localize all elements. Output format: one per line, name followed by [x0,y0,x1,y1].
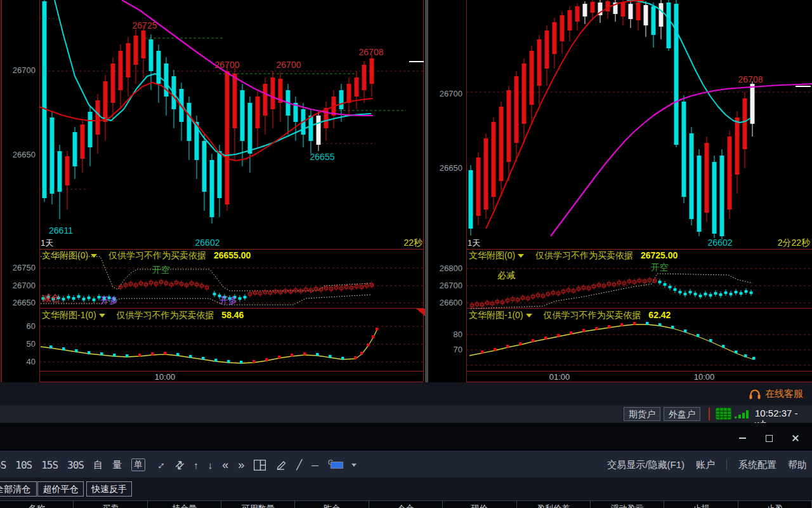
close-icon [792,434,799,442]
period-15s-button[interactable]: 15S [41,459,58,471]
svg-text:必减: 必减 [497,270,515,280]
axis-label: 70 [430,345,462,354]
svg-text:26708: 26708 [359,47,384,57]
maximize-button[interactable] [763,432,775,444]
indicator-value: 58.46 [221,310,244,320]
arrow-up-icon[interactable]: ↑ [193,460,199,471]
table-column-header: 现价 [443,501,516,508]
layout-grid-icon[interactable] [254,460,266,471]
minimize-button[interactable] [736,432,749,444]
collapse-icon[interactable]: ⇄ [172,457,188,473]
disclaimer-text: 仅供学习不作为买卖依据 [543,310,641,320]
drawing-toolbar: 5S 10S 15S 30S 自 量 单 ↔ ⇄ ↑ ↓ « » ╱ ─ [0,451,812,478]
axis-label: 26650 [0,298,36,307]
axis-label: 26600 [430,298,462,307]
axis-label: 26700 [0,65,36,75]
period-30s-button[interactable]: 30S [67,459,84,471]
candlestick-charts[interactable]: 267252670026700267082665526611减仓开多开多开空26… [0,0,812,387]
disclaimer-text: 仅供学习不作为买卖依据 [535,250,633,260]
countdown-label: 22秒 [381,237,422,249]
svg-text:26725: 26725 [133,20,157,30]
time-axis-label: 10:00 [146,372,184,382]
left-subchart2-header[interactable]: 文华附图-1(0) 仅供学习不作为买卖依据 58.46 [42,310,244,320]
svg-text:26708: 26708 [738,74,763,84]
indicator-value: 26655.00 [214,250,251,260]
expand-icon[interactable]: ↔ [152,457,168,473]
chevron-down-icon[interactable] [99,314,105,318]
limit-close-button[interactable]: 超价平仓 [37,481,84,497]
chevron-down-icon[interactable] [518,254,524,258]
time-axis-label: 01:00 [540,372,579,382]
external-account-button[interactable]: 外盘户 [664,407,700,421]
indicator-title[interactable]: 文华附图-1(0) [469,310,523,320]
svg-text:开多: 开多 [100,295,118,305]
trade-toggle-button[interactable]: 交易显示/隐藏(F1) [607,459,684,471]
svg-text:开空: 开空 [651,262,669,272]
chart-region[interactable]: 267252670026700267082665526611减仓开多开多开空26… [0,0,812,387]
positions-table-header: 名称买卖持仓量可用数量昨仓今仓现价盈利价差浮动盈亏止损止盈 [0,500,812,508]
right-subchart2-header[interactable]: 文华附图-1(0) 仅供学习不作为买卖依据 62.42 [469,310,671,320]
disclaimer-text: 仅供学习不作为买卖依据 [108,250,206,260]
axis-label: 40 [0,357,36,366]
pencil-icon[interactable] [275,460,287,471]
period-label[interactable]: 1天 [41,237,53,249]
low-price-label: 26602 [182,237,233,248]
svg-text:26611: 26611 [49,225,73,236]
period-10s-button[interactable]: 10S [15,459,32,471]
chevron-down-icon[interactable] [91,254,97,258]
account-menu[interactable]: 账户 [696,459,715,471]
axis-label: 26650 [0,150,36,159]
window-titlebar [0,423,812,451]
horizontal-line-icon[interactable]: ─ [311,460,318,471]
order-panel-button[interactable]: 单 [131,458,145,471]
table-column-header: 止损 [664,501,738,508]
panel-divider[interactable] [425,0,428,387]
table-column-header: 可用数量 [221,501,295,508]
volume-button[interactable]: 量 [112,459,122,471]
trendline-icon[interactable]: ╱ [296,459,302,471]
quick-reverse-button[interactable]: 快速反手 [86,481,132,497]
indicator-title[interactable]: 文华附图(0) [42,250,88,260]
close-all-positions-button[interactable]: 全部清仓 [0,481,37,497]
online-service-label: 在线客服 [765,388,803,400]
arrow-down-icon[interactable]: ↓ [208,460,213,471]
left-subchart1-header[interactable]: 文华附图(0) 仅供学习不作为买卖依据 26655.00 [42,250,251,260]
maximize-icon [766,435,773,442]
table-column-header: 买卖 [74,501,147,508]
period-label[interactable]: 1天 [468,237,480,249]
axis-label: 26650 [430,163,462,173]
line-color-picker[interactable]: G [328,460,342,470]
help-menu[interactable]: 帮助 [788,459,807,471]
system-config-menu[interactable]: 系统配置 [738,459,776,471]
page-left-icon[interactable]: « [222,458,228,472]
indicator-title[interactable]: 文华附图(0) [469,250,515,260]
page-right-icon[interactable]: » [238,458,244,472]
svg-text:26655: 26655 [310,152,335,162]
headset-icon [749,389,761,400]
table-column-header: 昨仓 [295,501,369,508]
right-subchart1-header[interactable]: 文华附图(0) 仅供学习不作为买卖依据 26725.00 [469,250,678,260]
separator [726,460,727,470]
online-service-link[interactable]: 在线客服 [749,388,803,400]
table-column-header: 盈利价差 [517,501,591,508]
indicator-value: 62.42 [648,310,671,320]
table-column-header: 浮动盈亏 [591,501,664,508]
svg-text:减仓: 减仓 [42,293,60,303]
close-button[interactable] [789,432,802,444]
color-dropdown-arrow-icon[interactable] [351,464,357,467]
indicator-value: 26725.00 [641,250,678,260]
axis-label: 60 [0,321,36,331]
indicator-title[interactable]: 文华附图-1(0) [42,310,96,320]
separator [709,408,710,420]
period-5s-button[interactable]: 5S [0,459,6,471]
auto-button[interactable]: 自 [93,459,103,471]
chevron-down-icon[interactable] [526,314,532,318]
axis-label: 26700 [0,281,36,290]
futures-account-button[interactable]: 期货户 [624,407,660,421]
minimize-icon [739,438,746,439]
table-column-header: 今仓 [369,501,443,508]
axis-label: 26750 [0,263,36,272]
time-axis-label: 10:00 [685,372,723,382]
low-price-label: 26602 [695,237,745,248]
trade-actions-row: 全部清仓 超价平仓 快速反手 [0,478,812,500]
